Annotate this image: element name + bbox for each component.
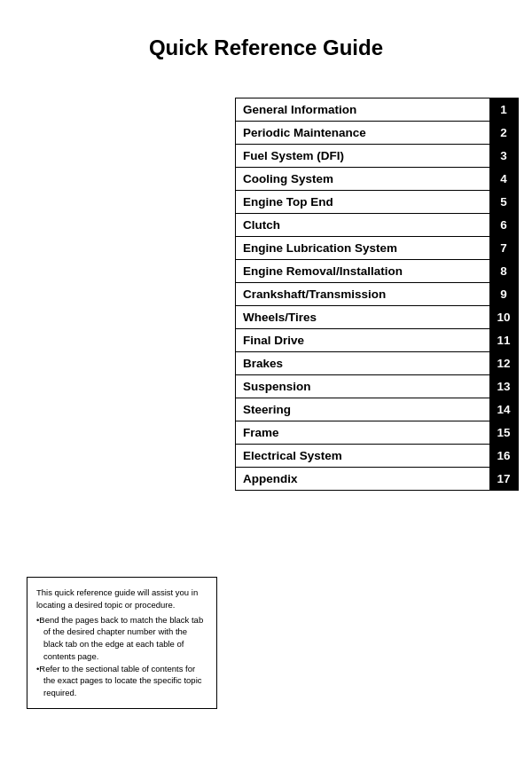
toc-item-number: 11	[489, 329, 518, 351]
toc-row[interactable]: Brakes12	[235, 351, 519, 374]
toc-item-number: 9	[489, 283, 518, 305]
toc-row[interactable]: General Information1	[235, 98, 519, 121]
toc-item-label: Crankshaft/Transmission	[236, 283, 489, 305]
toc-container: General Information1Periodic Maintenance…	[235, 98, 519, 491]
toc-item-number: 14	[489, 398, 518, 421]
toc-item-number: 15	[489, 421, 518, 444]
toc-item-label: Engine Removal/Installation	[236, 260, 489, 282]
toc-row[interactable]: Periodic Maintenance2	[235, 121, 519, 144]
toc-item-number: 2	[489, 122, 518, 144]
info-intro: This quick reference guide will assist y…	[36, 587, 207, 611]
toc-item-label: Frame	[236, 421, 489, 444]
toc-item-number: 7	[489, 237, 518, 259]
toc-row[interactable]: Cooling System4	[235, 167, 519, 190]
toc-row[interactable]: Crankshaft/Transmission9	[235, 282, 519, 305]
page-title: Quick Reference Guide	[0, 0, 532, 78]
toc-row[interactable]: Clutch6	[235, 213, 519, 236]
toc-item-label: Clutch	[236, 214, 489, 236]
toc-item-label: Engine Lubrication System	[236, 237, 489, 259]
toc-row[interactable]: Frame15	[235, 421, 519, 444]
info-bullet-2: •Refer to the sectional table of content…	[43, 663, 207, 699]
toc-item-number: 16	[489, 445, 518, 467]
info-bullet-1: •Bend the pages back to match the black …	[43, 614, 207, 663]
toc-item-label: Engine Top End	[236, 191, 489, 213]
toc-row[interactable]: Electrical System16	[235, 444, 519, 467]
toc-row[interactable]: Appendix17	[235, 467, 519, 491]
toc-row[interactable]: Fuel System (DFI)3	[235, 144, 519, 167]
toc-item-number: 5	[489, 191, 518, 213]
toc-item-label: Appendix	[236, 468, 489, 490]
toc-row[interactable]: Engine Top End5	[235, 190, 519, 213]
toc-item-label: Steering	[236, 398, 489, 421]
toc-item-label: General Information	[236, 98, 489, 121]
toc-row[interactable]: Final Drive11	[235, 328, 519, 351]
toc-item-number: 8	[489, 260, 518, 282]
toc-row[interactable]: Steering14	[235, 398, 519, 421]
toc-item-number: 3	[489, 145, 518, 167]
toc-item-number: 6	[489, 214, 518, 236]
toc-row[interactable]: Engine Lubrication System7	[235, 236, 519, 259]
toc-item-number: 1	[489, 98, 518, 121]
toc-item-label: Electrical System	[236, 445, 489, 467]
toc-row[interactable]: Suspension13	[235, 374, 519, 398]
toc-row[interactable]: Wheels/Tires10	[235, 305, 519, 328]
toc-item-number: 13	[489, 375, 518, 398]
toc-item-label: Wheels/Tires	[236, 306, 489, 328]
toc-item-label: Cooling System	[236, 168, 489, 190]
toc-row[interactable]: Engine Removal/Installation8	[235, 259, 519, 282]
toc-item-label: Suspension	[236, 375, 489, 398]
toc-item-label: Brakes	[236, 352, 489, 374]
toc-item-number: 17	[489, 468, 518, 490]
info-box: This quick reference guide will assist y…	[27, 577, 217, 709]
toc-item-label: Final Drive	[236, 329, 489, 351]
toc-item-number: 12	[489, 352, 518, 374]
toc-item-label: Fuel System (DFI)	[236, 145, 489, 167]
toc-item-number: 10	[489, 306, 518, 328]
toc-item-label: Periodic Maintenance	[236, 122, 489, 144]
toc-item-number: 4	[489, 168, 518, 190]
